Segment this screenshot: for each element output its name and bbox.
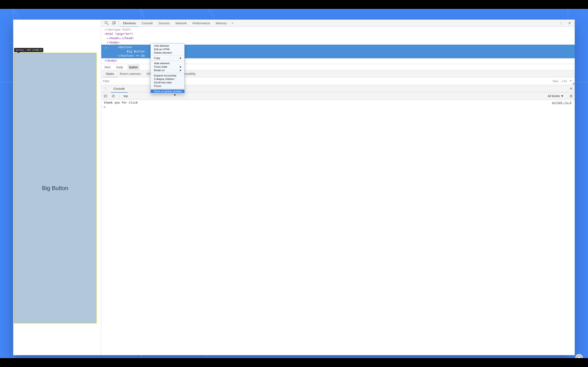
ctx-collapse-children[interactable]: Collapse children [151,77,184,81]
hov-toggle[interactable]: :hov [551,79,559,83]
console-context-select[interactable]: top [122,94,129,98]
subtab-styles[interactable]: Styles [103,70,117,77]
devtools-tabbar: Elements Console Sources Network Perform… [101,20,575,27]
kebab-menu-icon[interactable]: ⋮ [557,20,564,27]
ctx-force-state[interactable]: Force state▶ [151,65,184,68]
console-log-source-link[interactable]: script.js:2 [552,101,572,104]
crumb-button[interactable]: button [128,65,139,70]
inspect-icon[interactable] [103,20,110,27]
submenu-arrow-icon: ▶ [180,66,182,68]
big-button[interactable]: Big Button [14,53,96,323]
tab-performance[interactable]: Performance [190,20,213,27]
tab-console[interactable]: Console [139,20,156,27]
dom-html[interactable]: <html lang="en"> [104,32,133,35]
mouse-cursor-icon: ➤ [174,93,176,96]
close-drawer-icon[interactable]: ✕ [568,86,575,91]
console-log-text: thank you for click [104,101,138,104]
submenu-arrow-icon: ▶ [180,69,182,71]
ctx-store-as-global[interactable]: Store as global variable [151,90,184,93]
element-hover-tooltip: button | 447.3×365.5 [14,48,43,52]
device-toggle-icon[interactable] [110,20,118,27]
presentation-stage: button | 447.3×365.5 Big Button [0,9,588,358]
tab-network[interactable]: Network [173,20,190,27]
console-drawer-tab[interactable]: Console [111,85,128,92]
ctx-hide-element[interactable]: Hide element [151,62,184,65]
subtab-event-listeners[interactable]: Event Listeners [117,70,144,77]
tab-elements[interactable]: Elements [120,20,139,27]
rendered-page: button | 447.3×365.5 Big Button [13,20,101,355]
tab-memory[interactable]: Memory [213,20,230,27]
ctx-break-on[interactable]: Break on▶ [151,68,184,72]
console-settings-icon[interactable]: ⚙ [567,94,575,98]
crumb-body[interactable]: body [115,65,125,70]
browser-window: button | 447.3×365.5 Big Button [13,20,575,355]
console-sidebar-toggle-icon[interactable] [103,93,109,99]
ctx-delete-element[interactable]: Delete element [151,51,184,54]
console-levels-select[interactable]: All levels ▼ [548,94,566,98]
console-body[interactable]: thank you for click script.js:2 > [101,100,575,355]
ctx-edit-as-html[interactable]: Edit as HTML [151,48,184,51]
close-devtools-icon[interactable]: ✕ [566,20,573,27]
dom-body[interactable]: <body> [109,41,120,44]
crumb-html[interactable]: html [103,65,112,70]
console-prompt[interactable]: > [104,104,572,109]
dom-body-close: </body> [104,59,117,62]
ctx-add-attribute[interactable]: Add attribute [151,44,184,48]
big-button-label: Big Button [42,185,68,192]
chrome-logo-icon [575,354,583,358]
ctx-copy[interactable]: Copy▶ [151,56,184,60]
more-tabs-icon[interactable]: » [230,21,235,25]
submenu-arrow-icon: ▶ [180,57,182,59]
ctx-scroll-into-view[interactable]: Scroll into view [151,81,184,84]
ctx-focus[interactable]: Focus [151,84,184,88]
console-log-row: thank you for click script.js:2 [104,101,572,104]
dom-head[interactable]: <head>…</head> [109,36,134,40]
resize-corner-icon[interactable] [572,82,574,84]
clear-console-icon[interactable] [110,93,116,99]
cls-toggle[interactable]: .cls [559,79,568,83]
console-drawer-menu-icon[interactable]: ⋮ [103,86,109,92]
dom-doctype: <!doctype html> [104,28,131,31]
devtools-panel: Elements Console Sources Network Perform… [101,20,575,355]
hover-tag: button [16,49,24,51]
hover-size: 447.3×365.5 [27,49,42,51]
context-menu: Add attribute Edit as HTML Delete elemen… [150,43,185,94]
tab-sources[interactable]: Sources [156,20,173,27]
ctx-expand-recursively[interactable]: Expand recursively [151,74,184,77]
